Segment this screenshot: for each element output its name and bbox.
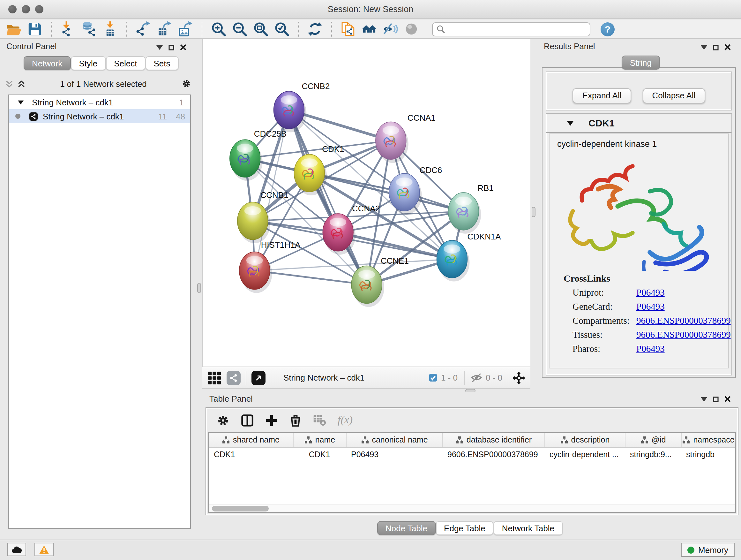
network-node-CCNB2[interactable]: CCNB2 [274,82,330,132]
column-header-name[interactable]: name [293,433,346,447]
crosslink-pharos-link[interactable]: P06493 [636,344,665,354]
close-panel-icon[interactable] [180,44,186,51]
cell-canonical-name[interactable]: P06493 [346,448,442,462]
collapse-all-button[interactable]: Collapse All [643,88,705,104]
search-box[interactable] [432,22,590,36]
expand-all-button[interactable]: Expand All [573,88,631,104]
delete-column-trash-icon[interactable] [289,414,302,427]
cell-namespace[interactable]: stringdb [681,448,735,462]
column-header-database-identifier[interactable]: database identifier [442,433,544,447]
zoom-fit-icon[interactable] [253,21,269,37]
network-node-CCNB1[interactable]: CCNB1 [238,191,288,243]
gene-section-header[interactable]: CDK1 [546,114,731,133]
memory-button[interactable]: Memory [681,543,735,557]
zoom-out-icon[interactable] [232,21,248,37]
crosslink-uniprot-link[interactable]: P06493 [636,287,665,298]
tab-sets[interactable]: Sets [145,56,179,70]
hidden-eye-icon[interactable] [471,372,482,383]
close-panel-icon[interactable] [724,396,731,402]
column-header-shared-name[interactable]: shared name [209,433,293,447]
export-network-icon[interactable] [135,21,151,37]
tab-network-table[interactable]: Network Table [494,521,562,535]
column-header-canonical-name[interactable]: canonical name [346,433,442,447]
add-column-icon[interactable] [265,414,278,427]
tab-select[interactable]: Select [106,56,145,70]
show-columns-icon[interactable] [241,414,254,427]
titlebar[interactable]: Session: New Session [0,0,741,19]
table-row[interactable]: CDK1CDK1P064939606.ENSP00000378699cyclin… [209,448,735,462]
float-panel-icon[interactable] [169,44,174,50]
zoom-in-icon[interactable] [211,21,226,37]
float-panel-icon[interactable] [713,396,719,402]
string-view-icon[interactable] [226,371,241,385]
crosslink-compartments-link[interactable]: 9606.ENSP00000378699 [636,315,731,326]
network-node-RB1[interactable]: RB1 [448,184,494,234]
delete-table-icon[interactable] [313,414,327,427]
fit-selected-crosshair-icon[interactable] [513,371,525,384]
refresh-view-icon[interactable] [307,21,323,37]
network-row-selected[interactable]: String Network – cdk1 11 48 [9,109,190,123]
cell-name[interactable]: CDK1 [293,448,346,462]
collection-expand-icon[interactable] [18,100,23,105]
import-network-file-icon[interactable] [60,21,76,37]
network-graph[interactable]: CCNB2CCNA1CDC25BCDK1CDC6RB1CCNB1CCNA2CDK… [203,39,530,367]
import-table-icon[interactable] [102,21,118,37]
import-network-database-icon[interactable] [81,21,97,37]
memory-label: Memory [698,545,728,555]
crosslink-genecard-link[interactable]: P06493 [636,301,665,312]
function-builder-icon[interactable]: f(x) [338,414,353,427]
grid-view-icon[interactable] [207,371,221,385]
cell-database-identifier[interactable]: 9606.ENSP00000378699 [442,448,544,462]
tab-edge-table[interactable]: Edge Table [435,521,494,535]
export-table-icon[interactable] [156,21,172,37]
network-node-CCNA2[interactable]: CCNA2 [323,204,380,255]
help-button[interactable]: ? [601,22,615,36]
houses-icon[interactable] [361,21,377,37]
panel-menu-icon[interactable] [156,45,163,50]
collection-label: String Network – cdk1 [32,98,113,107]
tab-style[interactable]: Style [71,56,106,70]
hide-eye-icon[interactable] [382,21,398,37]
table-horizontal-scrollbar[interactable] [209,504,735,512]
warnings-button[interactable] [35,543,54,556]
cell-description[interactable]: cyclin-dependent ... [544,448,625,462]
show-eye-icon[interactable] [403,21,419,37]
column-header-id[interactable]: @id [625,433,681,447]
network-options-gear-icon[interactable] [181,78,192,89]
column-header-namespace[interactable]: namespace [681,433,735,447]
collection-row[interactable]: String Network – cdk1 1 [9,95,190,109]
zoom-selected-icon[interactable] [274,21,290,37]
network-node-CDC6[interactable]: CDC6 [389,166,442,214]
open-session-icon[interactable] [6,21,22,37]
close-panel-icon[interactable] [724,44,731,51]
selected-checkbox-icon[interactable] [429,374,437,382]
tab-network[interactable]: Network [23,56,71,70]
gene-section-body: cyclin-dependent kinase 1 CrossLinks Uni… [549,133,729,368]
panel-menu-icon[interactable] [701,397,707,401]
save-session-icon[interactable] [27,21,43,37]
right-splitter-handle[interactable] [532,207,536,217]
string-document-icon[interactable] [340,21,356,37]
search-input[interactable] [448,24,586,34]
crosslink-tissues-link[interactable]: 9606.ENSP00000378699 [636,329,731,340]
left-splitter-handle[interactable] [197,283,201,293]
cell-shared-name[interactable]: CDK1 [209,448,293,462]
column-header-description[interactable]: description [544,433,625,447]
float-panel-icon[interactable] [713,44,719,50]
tab-string[interactable]: String [622,56,660,70]
section-collapse-icon[interactable] [567,121,574,126]
cloud-status-button[interactable] [7,543,26,556]
expand-all-chevron-icon[interactable] [17,79,25,88]
collapse-all-chevron-icon[interactable] [5,79,13,88]
scrollbar-thumb[interactable] [212,506,269,511]
network-node-HIST1H1A[interactable]: HIST1H1A [239,240,301,293]
network-canvas[interactable]: CCNB2CCNA1CDC25BCDK1CDC6RB1CCNB1CCNA2CDK… [202,39,530,367]
cell-id[interactable]: stringdb:9... [625,448,681,462]
network-collection-list: String Network – cdk1 1 String Network –… [8,95,191,529]
detach-view-icon[interactable] [252,371,266,385]
network-node-CDKN1A[interactable]: CDKN1A [437,232,501,282]
tab-node-table[interactable]: Node Table [377,521,435,535]
panel-menu-icon[interactable] [701,45,707,50]
table-settings-gear-icon[interactable] [216,414,230,427]
export-image-icon[interactable] [178,21,193,37]
